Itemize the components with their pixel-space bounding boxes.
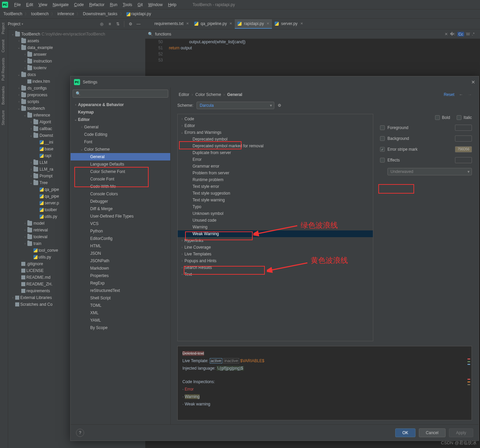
breadcrumb-item[interactable]: inference	[56, 11, 75, 17]
menu-tools[interactable]: Tools	[120, 1, 135, 8]
breadcrumb-item[interactable]: Color Scheme	[194, 92, 222, 98]
nav-item[interactable]: Console Font	[71, 175, 170, 183]
nav-item[interactable]: ›Appearance & Behavior	[71, 101, 170, 108]
option-node[interactable]: ›Text	[178, 271, 373, 278]
nav-item[interactable]: ›General	[71, 123, 170, 131]
nav-item[interactable]: Language Defaults	[71, 160, 170, 168]
option-node[interactable]: ›Popups and Hints	[178, 257, 373, 264]
tab-requirements.txt[interactable]: requirements.txt✕	[145, 19, 192, 29]
tool-tab-commit[interactable]: Commit	[0, 37, 6, 55]
nav-item[interactable]: By Scope	[71, 324, 170, 331]
option-node[interactable]: Text style warning	[178, 197, 373, 203]
background-checkbox[interactable]	[380, 136, 385, 141]
nav-item[interactable]: Color Scheme Font	[71, 168, 170, 175]
option-node[interactable]: Deprecated symbol	[178, 136, 373, 143]
background-swatch[interactable]	[455, 135, 472, 142]
option-node[interactable]: Problem from server	[178, 170, 373, 176]
code-area[interactable]: output.append(white_list[cand]) return o…	[169, 39, 246, 51]
nav-item[interactable]: YAML	[71, 317, 170, 324]
menu-edit[interactable]: Edit	[23, 1, 36, 8]
menu-refactor[interactable]: Refactor	[86, 1, 107, 8]
hide-icon[interactable]: —	[135, 20, 142, 28]
nav-item[interactable]: Font	[71, 138, 170, 146]
option-node[interactable]: ›Line Coverage	[178, 244, 373, 251]
effects-swatch[interactable]	[455, 157, 472, 163]
regex-icon[interactable]: .*	[472, 32, 475, 36]
option-node[interactable]: ›Live Templates	[178, 251, 373, 257]
nav-item[interactable]: Diff & Merge	[71, 205, 170, 213]
nav-item[interactable]: VCS	[71, 220, 170, 227]
option-node[interactable]: ›Search Results	[178, 264, 373, 271]
tool-tab-pull-requests[interactable]: Pull Requests	[0, 55, 6, 83]
nav-item[interactable]: Properties	[71, 272, 170, 279]
option-node[interactable]: ›Hyperlinks	[178, 237, 373, 244]
tab-rapidapi.py[interactable]: rapidapi.py✕	[235, 19, 272, 29]
menu-run[interactable]: Run	[107, 1, 120, 8]
nav-item[interactable]: Code With Me	[71, 183, 170, 190]
collapse-icon[interactable]: ⇅	[114, 20, 122, 28]
match-case-icon[interactable]: Cc	[457, 32, 464, 36]
menu-file[interactable]: File	[11, 1, 23, 8]
effects-checkbox[interactable]	[380, 158, 385, 163]
option-node[interactable]: Deprecated symbol marked for removal	[178, 143, 373, 149]
settings-nav[interactable]: 🔍 ›Appearance & BehaviorKeymap⌄Editor›Ge…	[71, 88, 171, 424]
tree-node[interactable]: ⌄ToolBenchC:\royli\dev-env\practice\Tool…	[8, 31, 145, 38]
option-node[interactable]: ⌄Errors and Warnings	[178, 129, 373, 136]
menu-git[interactable]: Git	[135, 1, 145, 8]
cancel-button[interactable]: Cancel	[419, 428, 446, 437]
nav-item[interactable]: HTML	[71, 242, 170, 250]
tree-node[interactable]: ›toolenv	[8, 65, 145, 71]
tree-node[interactable]: ›assets	[8, 38, 145, 44]
reset-link[interactable]: Reset	[444, 92, 454, 97]
close-icon[interactable]: ✕	[186, 22, 189, 25]
foreground-swatch[interactable]	[455, 125, 472, 131]
menu-help[interactable]: Help	[165, 1, 179, 8]
nav-item[interactable]: Console Colors	[71, 190, 170, 198]
option-node[interactable]: Runtime problem	[178, 176, 373, 183]
close-icon[interactable]: ✕	[229, 22, 232, 25]
nav-item[interactable]: ⌄Color Scheme	[71, 146, 170, 153]
nav-item[interactable]: Code Editing	[71, 131, 170, 138]
forward-icon[interactable]: →	[468, 92, 472, 97]
tool-tab-structure[interactable]: Structure	[0, 107, 6, 128]
gear-icon[interactable]: ⚙	[278, 103, 281, 108]
menu-code[interactable]: Code	[71, 1, 86, 8]
option-node[interactable]: Weak Warning	[178, 230, 373, 237]
breadcrumb-item[interactable]: Editor	[177, 92, 191, 98]
tool-tab-bookmarks[interactable]: Bookmarks	[0, 83, 6, 107]
expand-icon[interactable]: ≡	[106, 20, 113, 28]
nav-item[interactable]: Markdown	[71, 265, 170, 272]
help-button[interactable]: ?	[76, 429, 84, 437]
option-node[interactable]: Unused code	[178, 217, 373, 224]
option-node[interactable]: Warning	[178, 224, 373, 230]
tree-node[interactable]: ›instruction	[8, 58, 145, 65]
option-node[interactable]: ›Editor	[178, 122, 373, 129]
close-search-icon[interactable]: ✕	[445, 32, 448, 36]
foreground-checkbox[interactable]	[380, 125, 385, 130]
filter-icon[interactable]: �⁝	[450, 32, 455, 36]
close-icon[interactable]: ✕	[471, 79, 475, 85]
option-node[interactable]: Unknown symbol	[178, 210, 373, 217]
option-node[interactable]: Text style suggestion	[178, 190, 373, 197]
option-node[interactable]: Typo	[178, 203, 373, 210]
bold-checkbox[interactable]	[435, 115, 440, 120]
gear-icon[interactable]: ⚙	[127, 20, 134, 28]
stripe-swatch[interactable]: 756D56	[455, 146, 472, 152]
menu-window[interactable]: Window	[146, 1, 166, 8]
editor-search-bar[interactable]: 🔍 ✕ �⁝ Cc W .*	[145, 29, 480, 39]
back-icon[interactable]: ←	[459, 92, 463, 97]
stripe-checkbox[interactable]	[380, 147, 385, 152]
nav-item[interactable]: TOML	[71, 302, 170, 309]
nav-item[interactable]: General	[71, 153, 170, 160]
scheme-combo[interactable]: Darcula	[197, 102, 274, 109]
settings-search[interactable]: 🔍	[73, 90, 168, 98]
options-tree[interactable]: ›Code›Editor⌄Errors and WarningsDeprecat…	[177, 114, 373, 341]
nav-item[interactable]: JSON	[71, 250, 170, 257]
nav-item[interactable]: Debugger	[71, 198, 170, 205]
option-node[interactable]: Grammar error	[178, 163, 373, 170]
close-icon[interactable]: ✕	[300, 22, 303, 25]
nav-item[interactable]: ⌄Editor	[71, 116, 170, 123]
menu-view[interactable]: View	[36, 1, 50, 8]
breadcrumb-item[interactable]: General	[226, 92, 244, 98]
project-tool-label[interactable]: Project	[8, 22, 20, 26]
